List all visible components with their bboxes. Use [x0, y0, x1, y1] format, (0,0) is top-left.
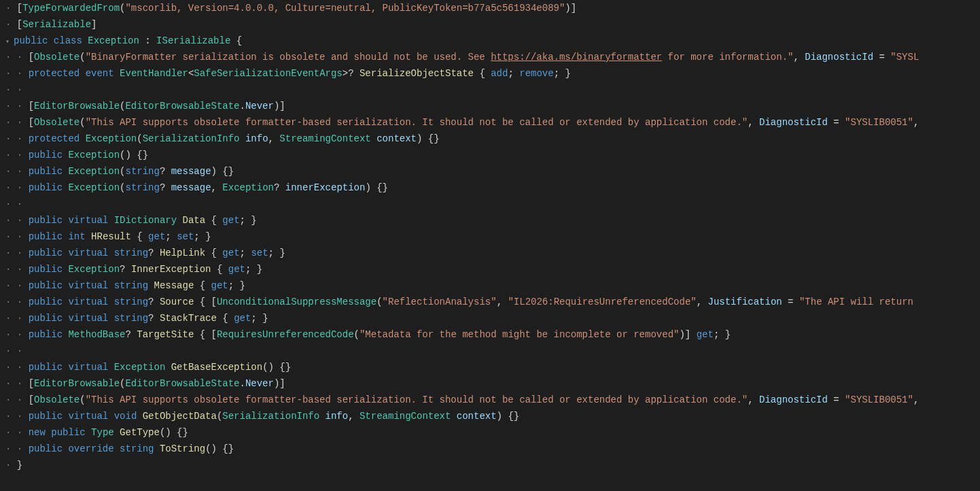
- code-token: virtual: [68, 215, 108, 226]
- code-token: [108, 297, 113, 307]
- fold-marker-icon[interactable]: ▾: [5, 34, 14, 50]
- indent-guide: ·: [17, 362, 22, 373]
- code-line[interactable]: · · public virtual string? StackTrace { …: [5, 310, 975, 326]
- code-line[interactable]: · · [Obsolete("This API supports obsolet…: [5, 392, 975, 408]
- code-token: () {}: [205, 443, 234, 454]
- code-token: get: [228, 264, 245, 275]
- code-token: string: [114, 297, 148, 307]
- code-line[interactable]: · · public virtual string? Source { [Unc…: [5, 294, 975, 310]
- code-token: [319, 411, 325, 422]
- code-line[interactable]: · · public Exception(string? message) {}: [5, 163, 975, 180]
- code-token: {: [205, 215, 222, 226]
- code-token: "ReflectionAnalysis": [383, 297, 497, 307]
- code-token: info: [326, 411, 349, 422]
- hyperlink[interactable]: https://aka.ms/binaryformatter: [491, 52, 662, 63]
- code-token: set: [177, 231, 194, 242]
- code-token: [114, 68, 120, 79]
- code-token: public: [29, 150, 63, 160]
- code-line[interactable]: · · public override string ToString() {}: [5, 441, 975, 457]
- code-line[interactable]: · · protected event EventHandler<SafeSer…: [5, 65, 975, 82]
- code-line[interactable]: · · public virtual string? HelpLink { ge…: [5, 245, 975, 261]
- code-line[interactable]: · · public virtual string Message { get;…: [5, 277, 975, 294]
- code-line[interactable]: · · protected Exception(SerializationInf…: [5, 131, 975, 147]
- code-token: Obsolete: [34, 52, 80, 63]
- code-line[interactable]: · · public Exception? InnerException { g…: [5, 261, 975, 277]
- indent-guide: ·: [17, 117, 22, 128]
- code-line[interactable]: ▾public class Exception : ISerializable …: [5, 33, 975, 49]
- code-line[interactable]: · · public virtual Exception GetBaseExce…: [5, 359, 975, 375]
- code-token: info: [245, 133, 268, 144]
- code-line[interactable]: · · public MethodBase? TargetSite { [Req…: [5, 326, 975, 343]
- code-line[interactable]: · · [Obsolete("This API supports obsolet…: [5, 114, 975, 131]
- code-token: )]: [274, 101, 285, 112]
- code-token: )]: [274, 378, 285, 389]
- code-line[interactable]: · · public Exception(string? message, Ex…: [5, 180, 975, 196]
- code-token: ; }: [194, 231, 211, 242]
- code-line[interactable]: · · public Exception() {}: [5, 147, 975, 163]
- code-line[interactable]: · }: [5, 457, 975, 473]
- code-line[interactable]: · · [EditorBrowsable(EditorBrowsableStat…: [5, 375, 975, 392]
- code-token: () {}: [120, 150, 148, 160]
- code-line[interactable]: · · [Obsolete("BinaryFormatter serializa…: [5, 49, 975, 65]
- code-token: SerializationInfo: [222, 411, 319, 422]
- code-line[interactable]: · ·: [5, 343, 975, 359]
- code-token: ]: [91, 19, 97, 30]
- code-token: StreamingContext: [279, 133, 370, 144]
- code-token: public: [29, 313, 63, 324]
- code-line[interactable]: · · public int HResult { get; set; }: [5, 228, 975, 245]
- code-token: get: [211, 280, 228, 291]
- code-token: StackTrace: [160, 313, 217, 324]
- code-line[interactable]: · · public virtual void GetObjectData(Se…: [5, 408, 975, 424]
- code-token: ?: [148, 297, 160, 307]
- code-token: [148, 280, 154, 291]
- indent-guide: ·: [5, 280, 11, 291]
- code-line[interactable]: · ·: [5, 82, 975, 98]
- indent-guide: ·: [17, 101, 22, 112]
- code-token: ; }: [228, 280, 245, 291]
- indent-guide: ·: [17, 248, 22, 258]
- code-token: add: [491, 68, 508, 79]
- code-token: GetBaseException: [171, 362, 262, 373]
- code-line[interactable]: · · public virtual IDictionary Data { ge…: [5, 212, 975, 228]
- code-token: { [: [194, 329, 217, 340]
- code-line[interactable]: · [TypeForwardedFrom("mscorlib, Version=…: [5, 0, 975, 16]
- indent-guide: ·: [17, 68, 22, 79]
- code-editor[interactable]: · [TypeForwardedFrom("mscorlib, Version=…: [0, 0, 980, 473]
- code-token: EditorBrowsableState: [125, 101, 239, 112]
- indent-guide: ·: [5, 52, 11, 63]
- code-token: DiagnosticId: [759, 117, 828, 128]
- code-line[interactable]: · ·: [5, 196, 975, 212]
- code-token: GetType: [120, 427, 160, 438]
- code-token: [114, 443, 120, 454]
- indent-guide: ·: [5, 427, 11, 438]
- code-token: ,: [793, 52, 805, 63]
- code-token: StreamingContext: [360, 411, 451, 422]
- code-token: Exception: [68, 182, 120, 193]
- indent-guide: ·: [17, 182, 22, 193]
- indent-guide: ·: [17, 411, 22, 422]
- indent-guide: ·: [5, 19, 11, 30]
- indent-guide: ·: [5, 378, 11, 389]
- code-token: protected: [29, 133, 80, 144]
- code-token: get: [697, 329, 714, 340]
- code-token: =: [782, 297, 799, 307]
- code-token: {: [194, 280, 211, 291]
- code-line[interactable]: · [Serializable]: [5, 16, 975, 33]
- code-line[interactable]: · · [EditorBrowsable(EditorBrowsableStat…: [5, 98, 975, 114]
- code-token: [108, 215, 113, 226]
- indent-guide: ·: [5, 460, 11, 471]
- code-token: public: [29, 264, 63, 275]
- indent-guide: ·: [5, 313, 11, 324]
- code-token: ToString: [160, 443, 205, 454]
- code-line[interactable]: · · new public Type GetType() {}: [5, 424, 975, 441]
- code-token: [108, 248, 113, 258]
- code-token: ,: [697, 297, 708, 307]
- indent-guide: ·: [5, 215, 11, 226]
- code-token: ,: [748, 117, 759, 128]
- code-token: "SYSLIB0051": [845, 117, 913, 128]
- indent-guide: ·: [17, 133, 22, 144]
- code-token: get: [222, 248, 239, 258]
- code-token: HelpLink: [160, 248, 205, 258]
- indent-guide: ·: [5, 133, 11, 144]
- code-token: public: [29, 411, 63, 422]
